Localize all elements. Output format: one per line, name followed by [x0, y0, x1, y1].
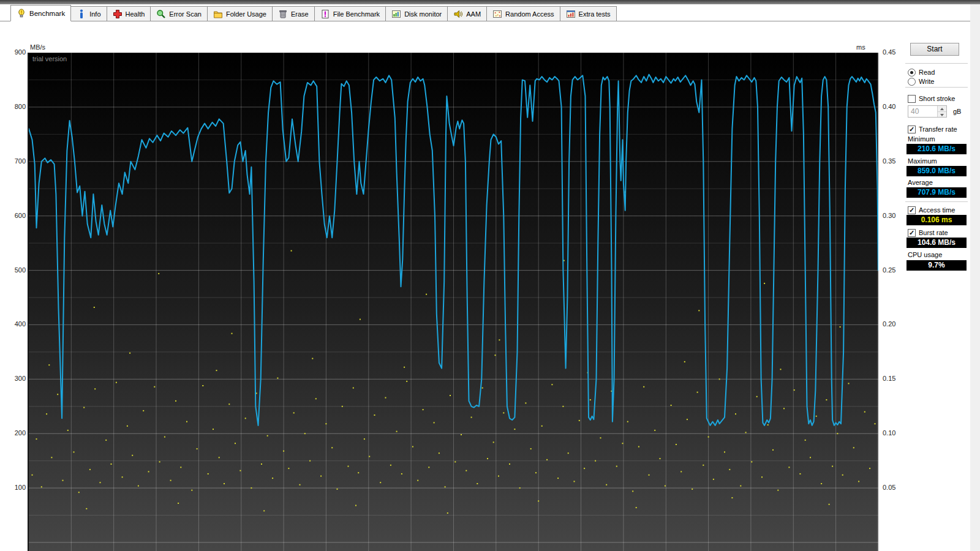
minimum-label: Minimum [908, 135, 935, 143]
chart-canvas [29, 53, 878, 551]
separator [905, 201, 968, 202]
left-axis-tick-600: 600 [0, 212, 26, 219]
write-radio[interactable] [908, 78, 916, 86]
window-top-edge [0, 0, 980, 4]
burst-rate-label: Burst rate [919, 229, 948, 236]
tab-benchmark[interactable]: Benchmark [10, 5, 71, 21]
window-right-edge [970, 4, 980, 551]
tab-bar: BenchmarkInfoHealthError ScanFolder Usag… [0, 6, 980, 21]
benchmark-chart: trial version [29, 53, 878, 551]
health-icon [113, 9, 123, 19]
right-axis-tick-0.05: 0.05 [883, 484, 907, 491]
left-axis-tick-700: 700 [0, 157, 26, 165]
disk-monitor-icon [391, 9, 401, 19]
tab-error-scan[interactable]: Error Scan [150, 6, 208, 21]
separator [905, 63, 968, 64]
tab-file-benchmark[interactable]: File Benchmark [314, 6, 386, 21]
read-radio[interactable] [908, 69, 916, 77]
left-axis-tick-800: 800 [0, 103, 26, 110]
average-label: Average [908, 179, 933, 186]
tab-label: Health [126, 10, 145, 18]
right-axis-tick-0.10: 0.10 [883, 429, 907, 437]
transfer-rate-row[interactable]: Transfer rate [908, 125, 957, 133]
short-stroke-size-value[interactable]: 40 [908, 106, 937, 117]
tab-label: Info [89, 10, 100, 18]
spinner-down-button[interactable] [938, 111, 946, 118]
read-radio-row[interactable]: Read [908, 68, 935, 77]
tab-folder-usage[interactable]: Folder Usage [207, 6, 273, 21]
tab-random-access[interactable]: Random Access [486, 6, 560, 21]
short-stroke-row[interactable]: Short stroke [908, 94, 955, 103]
left-axis-tick-400: 400 [0, 320, 26, 328]
spinner-up-button[interactable] [938, 106, 946, 111]
right-axis-tick-0.45: 0.45 [883, 48, 907, 56]
transfer-rate-checkbox[interactable] [908, 126, 916, 133]
error-scan-icon [156, 9, 166, 19]
left-axis-tick-100: 100 [0, 484, 26, 491]
separator [905, 87, 968, 88]
burst-rate-checkbox[interactable] [908, 229, 916, 237]
left-axis-tick-900: 900 [0, 48, 26, 56]
tab-label: Erase [291, 10, 309, 18]
aam-icon [453, 9, 463, 19]
right-axis-tick-0.40: 0.40 [883, 103, 907, 110]
tab-label: Extra tests [579, 10, 611, 18]
short-stroke-unit-label: gB [953, 108, 961, 115]
tab-erase[interactable]: Erase [272, 6, 315, 21]
left-axis-tick-300: 300 [0, 375, 26, 382]
cpu-usage-label: CPU usage [908, 251, 942, 258]
write-radio-label: Write [919, 78, 934, 85]
tab-label: Error Scan [169, 10, 202, 18]
right-axis-tick-0.25: 0.25 [883, 266, 907, 274]
tab-aam[interactable]: AAM [447, 6, 487, 21]
average-value: 707.9 MB/s [907, 187, 967, 198]
benchmark-control-panel: Start Read Write Short stroke 40 gB [905, 43, 969, 288]
bulb-icon [17, 9, 26, 18]
left-axis-tick-500: 500 [0, 266, 26, 274]
tab-label: Disk monitor [404, 10, 442, 18]
minimum-value: 210.6 MB/s [907, 144, 967, 154]
tab-info[interactable]: Info [70, 6, 107, 21]
trial-version-watermark: trial version [32, 55, 67, 62]
info-icon [77, 9, 86, 19]
tab-health[interactable]: Health [107, 6, 151, 21]
right-axis-tick-0.15: 0.15 [883, 375, 907, 382]
left-axis-unit-label: MB/s [30, 43, 45, 51]
random-access-icon [492, 9, 502, 19]
access-time-checkbox[interactable] [908, 206, 916, 214]
spinner-buttons [937, 106, 946, 117]
tab-label: Random Access [505, 10, 554, 18]
read-radio-label: Read [919, 69, 935, 76]
cpu-usage-value: 9.7% [907, 260, 967, 271]
tab-disk-monitor[interactable]: Disk monitor [385, 6, 448, 21]
tab-label: Benchmark [29, 10, 65, 17]
short-stroke-checkbox[interactable] [908, 95, 916, 103]
burst-rate-row[interactable]: Burst rate [908, 228, 948, 237]
access-time-value: 0.106 ms [907, 215, 967, 225]
access-time-label: Access time [919, 206, 955, 214]
start-button[interactable]: Start [910, 43, 959, 56]
write-radio-row[interactable]: Write [908, 77, 934, 86]
right-axis-tick-0.30: 0.30 [883, 212, 907, 219]
maximum-value: 859.0 MB/s [907, 166, 967, 176]
maximum-label: Maximum [908, 157, 937, 165]
right-axis-tick-0.20: 0.20 [883, 320, 907, 328]
short-stroke-size-control: 40 gB [908, 105, 961, 118]
tab-extra-tests[interactable]: Extra tests [560, 6, 617, 21]
access-time-row[interactable]: Access time [908, 206, 955, 214]
tab-label: File Benchmark [333, 10, 380, 18]
tab-label: Folder Usage [226, 10, 266, 18]
left-axis-tick-200: 200 [0, 429, 26, 437]
right-axis-unit-label: ms [856, 43, 865, 51]
tab-label: AAM [466, 10, 481, 18]
extra-tests-icon [566, 9, 576, 19]
burst-rate-value: 104.6 MB/s [907, 238, 967, 248]
transfer-rate-label: Transfer rate [919, 126, 957, 133]
short-stroke-size-input[interactable]: 40 [908, 105, 947, 118]
file-benchmark-icon [320, 9, 330, 19]
hd-tune-window: BenchmarkInfoHealthError ScanFolder Usag… [0, 0, 980, 551]
right-axis-tick-0.35: 0.35 [883, 157, 907, 165]
folder-icon [213, 9, 223, 19]
short-stroke-label: Short stroke [919, 95, 955, 102]
erase-icon [278, 9, 288, 19]
